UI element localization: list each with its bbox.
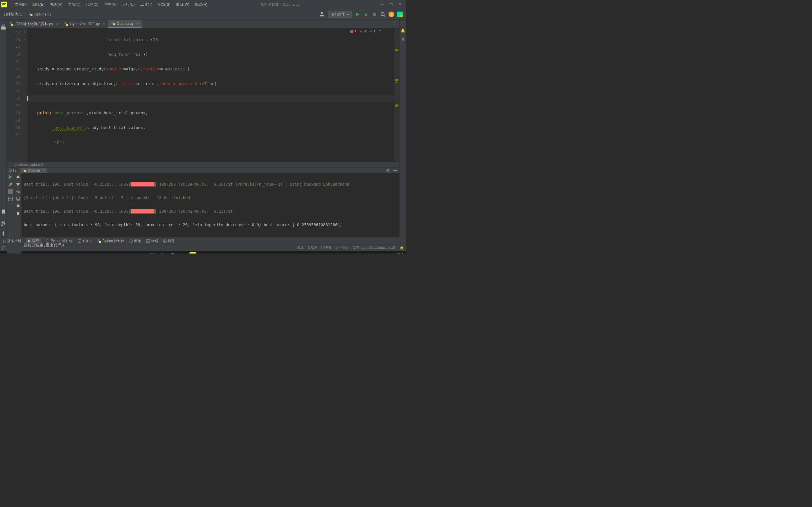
breadcrumb-root[interactable]: 贝叶斯优化 — [3, 12, 22, 17]
project-tool-button[interactable]: 项目 — [0, 20, 6, 24]
line-separator[interactable]: CRLF — [308, 245, 317, 250]
caret-position[interactable]: 51:1 — [297, 245, 303, 250]
svg-line-7 — [367, 14, 367, 14]
clock[interactable]: 22:35 2023-08-16 — [389, 252, 404, 253]
menu-refactor[interactable]: 重构(R) — [101, 1, 119, 8]
layout-icon[interactable] — [8, 196, 13, 201]
indent-setting[interactable]: 4 个空格 — [336, 245, 349, 250]
prev-highlight-icon[interactable]: ⌃ — [378, 29, 381, 33]
close-button[interactable]: ✕ — [398, 2, 402, 6]
python-interpreter[interactable]: C:\ProgramData\anaconda3 — [353, 245, 395, 250]
edge-icon[interactable] — [159, 252, 166, 253]
code-content[interactable]: 'n_initial_points':10, 'acq_func':'EI'})… — [28, 28, 394, 162]
tab-file-2[interactable]: HyperOpt_TPE.py ✕ — [61, 20, 108, 28]
menu-edit[interactable]: 编辑(E) — [30, 1, 47, 8]
scroll-to-end-icon[interactable] — [16, 196, 20, 201]
menu-window[interactable]: 窗口(W) — [173, 1, 192, 8]
svg-line-6 — [364, 14, 365, 14]
tool-run[interactable]: 运行 — [26, 238, 41, 244]
code-editor[interactable]: ⬤1 ▲38 ✔1 ⌃ ⌄ 474849 505152 535455 56575… — [7, 28, 399, 162]
stop-button[interactable] — [371, 11, 377, 17]
run-button[interactable] — [355, 11, 360, 17]
menu-code[interactable]: 代码(C) — [83, 1, 101, 8]
svg-rect-17 — [66, 24, 68, 25]
minimize-button[interactable]: — — [380, 2, 384, 6]
left-tool-stripe: 项目 书签 结构 — [0, 20, 7, 237]
close-tab-icon[interactable]: ✕ — [42, 168, 45, 172]
menu-view[interactable]: 视图(V) — [47, 1, 65, 8]
menu-help[interactable]: 帮助(H) — [192, 1, 210, 8]
tab-file-3[interactable]: Optuna.py ✕ — [108, 20, 142, 28]
svg-rect-21 — [24, 170, 26, 172]
tool-python-console[interactable]: Python 控制台 — [97, 238, 124, 243]
tool-terminal[interactable]: 终端 — [146, 238, 158, 243]
tool-todo[interactable]: TODO — [78, 239, 92, 243]
folder-icon[interactable] — [1, 25, 6, 31]
svg-rect-39 — [146, 239, 150, 242]
notifications-icon[interactable]: 🔔 — [400, 27, 406, 33]
menu-navigate[interactable]: 导航(N) — [65, 1, 83, 8]
breadcrumb-file[interactable]: Optuna.py — [35, 12, 51, 16]
file-encoding[interactable]: UTF-8 — [321, 245, 331, 250]
tool-problems[interactable]: 问题 — [129, 238, 141, 243]
svg-line-10 — [384, 15, 385, 17]
user-icon[interactable]: ▾ — [319, 11, 325, 17]
svg-rect-44 — [153, 253, 155, 253]
toolbox-icon[interactable] — [397, 11, 403, 17]
chrome-icon[interactable] — [169, 252, 176, 253]
stop-icon[interactable] — [8, 189, 13, 194]
start-button[interactable] — [149, 252, 156, 253]
update-icon[interactable]: ↑ — [389, 11, 394, 17]
pycharm-taskbar-icon[interactable]: PC — [189, 252, 197, 253]
run-tab[interactable]: Optuna ✕ — [20, 168, 47, 173]
svg-point-32 — [5, 240, 6, 242]
bookmark-icon[interactable] — [1, 210, 6, 215]
soft-wrap-icon[interactable] — [16, 189, 20, 194]
next-highlight-icon[interactable]: ⌄ — [384, 29, 387, 33]
menu-file[interactable]: 文件(F) — [12, 1, 30, 8]
run-tool-window: 运行: Optuna ✕ — — [7, 167, 399, 237]
menu-vcs[interactable]: VCS(S) — [155, 1, 173, 8]
tab-file-1[interactable]: 贝叶斯优化随机森林.py ✕ — [7, 20, 61, 28]
navbar: 贝叶斯优化 〉 Optuna.py ▾ 当前文件 ▾ ↑ — [0, 9, 406, 20]
bookmarks-tool-button[interactable]: 书签 — [0, 204, 6, 209]
tool-services[interactable]: 服务 — [163, 238, 175, 243]
debug-button[interactable] — [363, 11, 369, 17]
structure-icon[interactable] — [1, 221, 6, 226]
close-tab-icon[interactable]: ✕ — [56, 22, 58, 25]
svg-text:▾: ▾ — [323, 14, 324, 17]
editor-error-stripe[interactable] — [394, 28, 399, 162]
rerun-icon[interactable] — [8, 175, 13, 179]
down-icon[interactable] — [16, 182, 20, 186]
menu-tools[interactable]: 工具(T) — [138, 1, 155, 8]
wechat-icon[interactable] — [179, 252, 186, 253]
svg-rect-15 — [11, 24, 13, 25]
search-everywhere-button[interactable] — [380, 11, 386, 17]
wrench-icon[interactable] — [8, 182, 13, 186]
app-icon[interactable] — [199, 252, 207, 253]
menu-run[interactable]: 运行(U) — [119, 1, 138, 8]
print-icon[interactable] — [16, 204, 20, 209]
tool-windows-icon[interactable] — [2, 246, 6, 250]
pin-icon[interactable] — [1, 231, 6, 236]
gear-icon[interactable] — [386, 168, 391, 173]
inspections-widget[interactable]: ⬤1 ▲38 ✔1 ⌃ ⌄ — [350, 29, 387, 33]
tool-python-packages[interactable]: Python 软件包 — [46, 238, 72, 243]
minimize-panel-icon[interactable]: — — [393, 168, 397, 173]
tabs-menu-icon[interactable]: ⋮ — [392, 21, 397, 27]
notifications-tool-button[interactable]: 通知 — [400, 33, 406, 37]
tool-version-control[interactable]: 版本控制 — [2, 238, 21, 243]
editor-breadcrumb[interactable]: optimizer_optuna() — [7, 162, 399, 167]
fold-gutter: │ ▾ — [22, 28, 28, 162]
lock-icon[interactable]: 🔒 — [400, 245, 404, 250]
more-icon[interactable]: ⋮ — [400, 20, 406, 27]
maximize-button[interactable]: ▢ — [389, 2, 393, 6]
close-tab-icon[interactable]: ✕ — [103, 22, 105, 25]
svg-rect-8 — [373, 13, 376, 16]
trash-icon[interactable] — [16, 211, 20, 216]
structure-tool-button[interactable]: 结构 — [0, 216, 6, 220]
close-tab-icon[interactable]: ✕ — [137, 22, 139, 25]
run-config-selector[interactable]: 当前文件 ▾ — [328, 11, 352, 18]
up-icon[interactable] — [16, 175, 20, 179]
svg-rect-11 — [1, 222, 3, 223]
